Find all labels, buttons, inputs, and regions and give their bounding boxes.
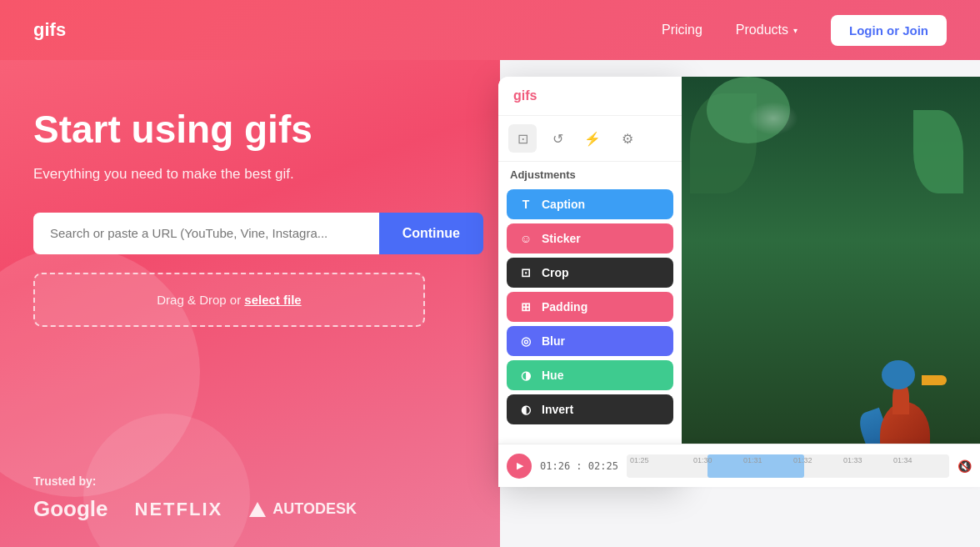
mute-button[interactable]: 🔇 <box>958 459 972 473</box>
trusted-logos: Google NETFLIX AUTODESK <box>33 496 357 522</box>
nav-pricing[interactable]: Pricing <box>662 23 702 38</box>
hue-icon: ◑ <box>518 369 533 382</box>
adj-caption[interactable]: T Caption <box>507 189 673 219</box>
sticker-icon: ☺ <box>518 232 533 245</box>
adj-sticker[interactable]: ☺ Sticker <box>507 223 673 253</box>
invert-label: Invert <box>542 403 573 416</box>
tab-rotate[interactable]: ↺ <box>543 124 572 153</box>
hero-title: Start using gifs <box>33 108 483 151</box>
light-highlight <box>748 102 798 135</box>
search-row: Continue <box>33 213 483 254</box>
lightning-tab-icon: ⚡ <box>584 131 601 147</box>
nav-products[interactable]: Products ▾ <box>736 23 798 38</box>
dropzone[interactable]: Drag & Drop or select file <box>33 273 425 327</box>
sliders-tab-icon: ⚙ <box>622 131 633 147</box>
crop-icon: ⊡ <box>518 266 533 279</box>
blur-label: Blur <box>542 334 565 348</box>
blur-icon: ◎ <box>518 334 533 348</box>
crop-label: Crop <box>542 266 569 279</box>
editor-panel: gifs ⊡ ↺ ⚡ ⚙ Adjustments T Caption ☺ Sti… <box>498 77 682 485</box>
hero-subtitle: Everything you need to make the best gif… <box>33 166 483 183</box>
nav-links: Pricing Products ▾ Login or Join <box>662 15 947 46</box>
play-button[interactable]: ▶ <box>507 454 532 479</box>
netflix-logo: NETFLIX <box>135 499 223 520</box>
caption-icon: T <box>518 198 533 211</box>
select-file-link[interactable]: select file <box>244 293 301 307</box>
tick-5: 01:33 <box>843 456 862 464</box>
adjustments-list: T Caption ☺ Sticker ⊡ Crop ⊞ Padding ◎ B… <box>498 186 682 432</box>
leaf-decoration-2 <box>913 110 963 193</box>
continue-button[interactable]: Continue <box>379 213 483 254</box>
padding-label: Padding <box>542 300 588 314</box>
login-button[interactable]: Login or Join <box>831 15 947 46</box>
caption-label: Caption <box>542 198 585 211</box>
rotate-tab-icon: ↺ <box>552 131 563 147</box>
tab-sliders[interactable]: ⚙ <box>613 124 642 153</box>
tick-3: 01:31 <box>743 456 762 464</box>
adj-padding[interactable]: ⊞ Padding <box>507 292 673 322</box>
chevron-down-icon: ▾ <box>793 26 798 35</box>
brand-logo: gifs <box>33 19 66 41</box>
preview-area: Disney/Pixar's Up - <box>682 77 980 485</box>
play-icon: ▶ <box>517 460 523 471</box>
tick-1: 01:25 <box>630 456 649 464</box>
bird-beak <box>922 375 947 385</box>
autodesk-triangle-icon <box>249 502 266 517</box>
adj-hue[interactable]: ◑ Hue <box>507 360 673 390</box>
tick-2: 01:30 <box>693 456 712 464</box>
tab-lightning[interactable]: ⚡ <box>578 124 607 153</box>
editor-logo: gifs <box>513 88 537 103</box>
adjustments-label: Adjustments <box>498 162 682 186</box>
hue-label: Hue <box>542 369 563 382</box>
editor-header: gifs <box>498 77 682 116</box>
trusted-section: Trusted by: Google NETFLIX AUTODESK <box>33 474 357 522</box>
padding-icon: ⊞ <box>518 300 533 314</box>
hero-content: Start using gifs Everything you need to … <box>33 108 483 327</box>
adj-crop[interactable]: ⊡ Crop <box>507 258 673 288</box>
navbar: gifs Pricing Products ▾ Login or Join <box>0 0 980 60</box>
google-logo: Google <box>33 496 108 522</box>
adj-blur[interactable]: ◎ Blur <box>507 326 673 356</box>
tick-6: 01:34 <box>893 456 912 464</box>
tick-4: 01:32 <box>793 456 812 464</box>
timeline-track[interactable]: 01:25 01:30 01:31 01:32 01:33 01:34 <box>627 454 949 478</box>
crop-tab-icon: ⊡ <box>518 131 528 147</box>
editor-tabs: ⊡ ↺ ⚡ ⚙ <box>498 116 682 162</box>
preview-image <box>682 77 980 485</box>
adj-invert[interactable]: ◐ Invert <box>507 394 673 424</box>
tab-crop[interactable]: ⊡ <box>508 124 537 153</box>
bird-head <box>882 360 915 389</box>
trusted-label: Trusted by: <box>33 474 357 488</box>
search-input[interactable] <box>33 213 379 254</box>
timeline-bar: ▶ 01:26 : 02:25 01:25 01:30 01:31 01:32 … <box>498 444 980 487</box>
autodesk-logo: AUTODESK <box>249 500 357 518</box>
time-display: 01:26 : 02:25 <box>540 460 618 472</box>
invert-icon: ◐ <box>518 403 533 416</box>
sticker-label: Sticker <box>542 232 581 245</box>
